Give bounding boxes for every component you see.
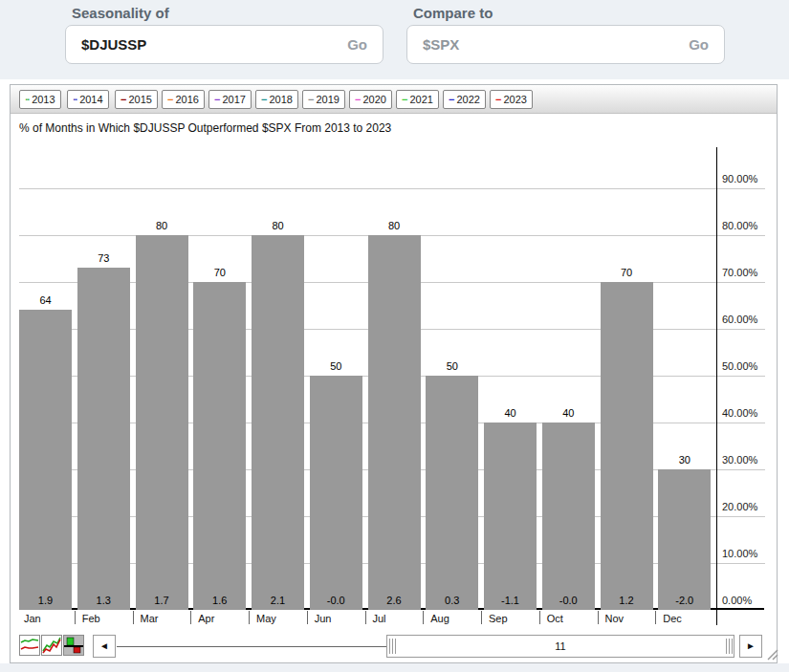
- month-tick: [75, 611, 76, 624]
- scroll-left-button[interactable]: ◄: [93, 635, 116, 658]
- legend-year-2021[interactable]: −2021: [396, 90, 439, 109]
- month-label-Dec: Dec: [663, 613, 682, 624]
- bar-Jun: [310, 376, 362, 610]
- month-tick: [365, 611, 366, 624]
- bar-Jan: [19, 310, 72, 610]
- compare-to-label: Compare to: [413, 5, 493, 21]
- legend-year-2015[interactable]: −2015: [115, 90, 158, 109]
- bar-Jul: [368, 235, 421, 610]
- month-label-Oct: Oct: [547, 613, 563, 624]
- month-label-Mar: Mar: [141, 613, 159, 624]
- performance-chart-glyph: [42, 636, 61, 655]
- seasonality-symbol-value[interactable]: $DJUSSP: [81, 26, 146, 63]
- bar-value-label: 50: [310, 360, 362, 372]
- bar-May: [252, 235, 304, 610]
- seasonality-go-button[interactable]: Go: [347, 26, 367, 63]
- symbol-entry-header: Seasonality of $DJUSSP Go Compare to $SP…: [0, 0, 789, 79]
- seasonality-chart-widget: ∙∙2013∙∙2014−2015−2016−2017−2018−2019−20…: [10, 84, 778, 663]
- performance-line-chart-icon[interactable]: [41, 635, 62, 656]
- bar-value-label: 40: [542, 407, 595, 419]
- month-label-Jul: Jul: [373, 613, 386, 624]
- dash-line-swatch-icon: −: [121, 94, 125, 105]
- bar-Nov: [601, 282, 653, 610]
- dash-line-swatch-icon: −: [495, 94, 500, 105]
- legend-year-2013[interactable]: ∙∙2013: [19, 90, 61, 109]
- y-axis-tick-label: 40.00%: [722, 407, 757, 419]
- line-chart-glyph: [20, 636, 39, 655]
- month-label-Feb: Feb: [82, 613, 100, 624]
- bar-bottom-value-label: -2.0: [658, 595, 711, 606]
- bar-bottom-value-label: 2.1: [252, 595, 304, 606]
- legend-year-2019[interactable]: −2019: [302, 90, 345, 109]
- bar-Dec: [658, 469, 711, 610]
- dash-line-swatch-icon: −: [261, 94, 266, 105]
- dash-line-swatch-icon: −: [308, 94, 313, 105]
- bar-Apr: [193, 282, 246, 610]
- bar-value-label: 30: [658, 454, 711, 466]
- month-tick: [539, 611, 540, 624]
- month-label-Nov: Nov: [605, 613, 625, 624]
- bar-bottom-value-label: 0.3: [426, 595, 478, 606]
- bar-Feb: [77, 268, 130, 610]
- month-tick: [423, 611, 424, 624]
- dash-line-swatch-icon: −: [355, 94, 360, 105]
- compare-go-button[interactable]: Go: [689, 26, 709, 63]
- legend-year-2014[interactable]: ∙∙2014: [67, 90, 109, 109]
- bar-bottom-value-label: 1.9: [19, 595, 72, 606]
- legend-year-2017[interactable]: −2017: [208, 90, 252, 109]
- seasonality-page: Seasonality of $DJUSSP Go Compare to $SP…: [0, 0, 789, 672]
- month-label-Aug: Aug: [430, 613, 449, 624]
- scrollbar-track[interactable]: [117, 646, 386, 647]
- seasonality-line-chart-icon[interactable]: [19, 635, 40, 656]
- seasonality-bar-chart-icon[interactable]: [63, 635, 84, 656]
- month-tick: [481, 611, 482, 624]
- scroll-handle-value: 11: [387, 636, 734, 657]
- legend-year-2018[interactable]: −2018: [255, 90, 298, 109]
- bar-value-label: 40: [484, 407, 537, 419]
- dash-line-swatch-icon: −: [167, 94, 172, 105]
- legend-year-2022[interactable]: −2022: [443, 90, 486, 109]
- bar-value-label: 80: [252, 220, 304, 231]
- seasonality-symbol-input[interactable]: $DJUSSP Go: [65, 25, 384, 64]
- bar-Mar: [136, 235, 188, 610]
- legend-year-label: 2023: [503, 94, 526, 105]
- legend-year-label: 2018: [269, 94, 292, 105]
- legend-year-label: 2017: [222, 94, 245, 105]
- dash-line-swatch-icon: −: [449, 94, 453, 105]
- dotted-line-swatch-icon: ∙∙: [25, 94, 29, 105]
- legend-year-2020[interactable]: −2020: [349, 90, 392, 109]
- y-axis-tick-label: 90.00%: [722, 173, 757, 184]
- bar-bottom-value-label: -0.0: [310, 595, 362, 606]
- scroll-right-button[interactable]: ►: [739, 635, 762, 658]
- bar-bottom-value-label: -0.0: [542, 595, 595, 606]
- bar-chart-glyph: [64, 636, 83, 655]
- gridline-90: [19, 188, 765, 189]
- bar-bottom-value-label: 1.3: [77, 595, 130, 606]
- bar-bottom-value-label: -1.1: [484, 595, 537, 606]
- bar-bottom-value-label: 1.7: [136, 595, 188, 606]
- dash-line-swatch-icon: −: [214, 94, 219, 105]
- y-axis-tick-label: 50.00%: [722, 360, 757, 372]
- y-axis-line: [716, 147, 717, 625]
- bar-value-label: 73: [77, 252, 130, 264]
- legend-year-label: 2020: [362, 94, 385, 105]
- legend-year-2023[interactable]: −2023: [490, 90, 533, 109]
- compare-symbol-input[interactable]: $SPX Go: [406, 25, 725, 64]
- legend-year-label: 2014: [79, 94, 102, 105]
- resize-grip-icon[interactable]: [764, 646, 778, 664]
- legend-year-2016[interactable]: −2016: [162, 90, 205, 109]
- bar-bottom-value-label: 2.6: [368, 595, 421, 606]
- month-tick: [133, 611, 134, 624]
- bar-value-label: 64: [19, 294, 72, 306]
- y-axis-tick-label: 30.00%: [722, 454, 757, 466]
- handle-right-grip-icon: [726, 639, 734, 654]
- bar-bottom-value-label: 1.6: [193, 595, 246, 606]
- month-tick: [249, 611, 250, 624]
- compare-symbol-value[interactable]: $SPX: [423, 26, 459, 63]
- page-footer-strip: [0, 663, 789, 672]
- bar-value-label: 80: [136, 220, 188, 231]
- y-axis-tick-label: 60.00%: [722, 314, 757, 325]
- month-label-Jun: Jun: [315, 613, 332, 624]
- scrollbar-handle[interactable]: 11: [386, 635, 734, 658]
- month-label-May: May: [256, 613, 276, 624]
